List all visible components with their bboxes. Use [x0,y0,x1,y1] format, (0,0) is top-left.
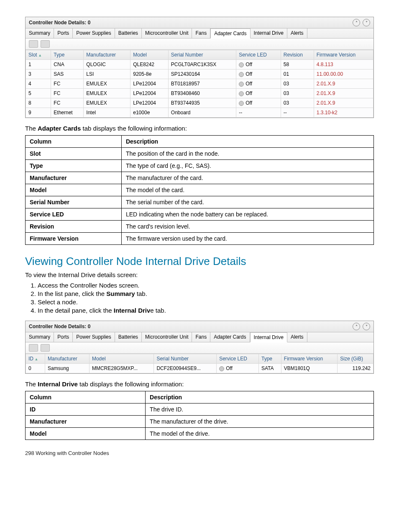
col-header[interactable]: Serial Number [154,354,217,364]
doc-header: Column [26,391,146,403]
table-row[interactable]: 9EthernetIntele1000eOnboard----1.3.10-k2 [26,108,373,118]
toolbar-btn2[interactable] [41,40,50,48]
toolbar-btn1[interactable] [29,344,38,352]
adapter-intro-text: The Adapter Cards tab displays the follo… [25,125,374,132]
doc-row: Service LEDLED indicating when the node … [26,208,374,221]
step-item: In the list pane, click the Summary tab. [38,290,374,297]
internal-drive-table: IDManufacturerModelSerial NumberService … [26,354,373,373]
col-header[interactable]: Firmware Version [314,50,373,60]
panel-header: Controller Node Details: 0 ˄ ˅ [26,321,373,332]
doc-row: ModelThe model of the card. [26,184,374,196]
doc-row: ModelThe model of the drive. [26,428,374,440]
col-header[interactable]: Model [130,50,169,60]
doc-row: ManufacturerThe manufacturer of the card… [26,172,374,184]
step-item: In the detail pane, click the Internal D… [38,307,374,314]
tab-adapter-cards[interactable]: Adapter Cards [210,332,250,342]
col-header[interactable]: Model [89,354,154,364]
col-header[interactable]: Type [258,354,281,364]
table-row[interactable]: 4FCEMULEXLPe12004BT01818957Off032.01.X.9 [26,79,373,89]
col-header[interactable]: Slot [26,50,51,60]
internal-intro-text: The Internal Drive tab displays the foll… [25,380,374,388]
tab-batteries[interactable]: Batteries [115,28,142,38]
tab-fans[interactable]: Fans [192,332,210,342]
tab-alerts[interactable]: Alerts [287,28,307,38]
panel-title: Controller Node Details: 0 [29,324,90,329]
doc-row: IDThe drive ID. [26,403,374,416]
tab-batteries[interactable]: Batteries [115,332,142,342]
col-header[interactable]: Revision [281,50,314,60]
col-header[interactable]: Manufacturer [45,354,90,364]
col-header[interactable]: Firmware Version [281,354,338,364]
tab-adapter-cards[interactable]: Adapter Cards [210,28,250,39]
panel-title: Controller Node Details: 0 [29,20,90,26]
tab-power-supplies[interactable]: Power Supplies [73,332,115,342]
panel-toolbar [26,342,373,354]
panel-tabs: SummaryPortsPower SuppliesBatteriesMicro… [26,28,373,39]
col-header[interactable]: Serial Number [168,50,236,60]
col-header[interactable]: Size (GiB) [338,354,373,364]
page-footer: 298 Working with Controller Nodes [25,450,374,456]
col-header[interactable]: Manufacturer [84,50,130,60]
tab-fans[interactable]: Fans [192,28,210,38]
table-row[interactable]: 8FCEMULEXLPe12004BT93744935Off032.01.X.9 [26,98,373,108]
doc-row: Firmware VersionThe firmware version use… [26,233,374,245]
adapter-columns-table: ColumnDescriptionSlotThe position of the… [25,135,374,245]
panel-tabs: SummaryPortsPower SuppliesBatteriesMicro… [26,332,373,342]
col-header[interactable]: ID [26,354,45,364]
col-header[interactable]: Type [51,50,84,60]
panel-header: Controller Node Details: 0 ˄ ˅ [26,17,373,28]
doc-row: Serial NumberThe serial number of the ca… [26,196,374,208]
doc-row: ManufacturerThe manufacturer of the driv… [26,416,374,428]
doc-row: RevisionThe card's revision level. [26,221,374,233]
internal-drive-panel: Controller Node Details: 0 ˄ ˅ SummaryPo… [25,321,374,374]
col-header[interactable]: Service LED [217,354,259,364]
table-row[interactable]: 1CNAQLOGICQLE8242PCGLT0ARC1K3SXOff584.8.… [26,60,373,69]
doc-header: Description [121,136,373,148]
tab-internal-drive[interactable]: Internal Drive [251,28,287,38]
collapse-down-icon[interactable]: ˅ [363,19,370,26]
tab-power-supplies[interactable]: Power Supplies [73,28,115,38]
panel-toolbar [26,39,373,50]
table-row[interactable]: 5FCEMULEXLPe12004BT93408460Off032.01.X.9 [26,89,373,98]
table-row[interactable]: 0SamsungMMCRE28G5MXP...DCF2E00944SE9...O… [26,364,373,373]
tab-ports[interactable]: Ports [54,28,73,38]
section-intro: To view the Internal Drive details scree… [25,271,374,278]
tab-microcontroller-unit[interactable]: Microcontroller Unit [142,28,192,38]
collapse-up-icon[interactable]: ˄ [353,323,360,330]
tab-alerts[interactable]: Alerts [287,332,307,342]
internal-columns-table: ColumnDescriptionIDThe drive ID.Manufact… [25,391,374,440]
step-item: Access the Controller Nodes screen. [38,282,374,289]
tab-summary[interactable]: Summary [26,332,54,342]
section-heading: Viewing Controller Node Internal Drive D… [25,255,374,268]
adapter-cards-panel: Controller Node Details: 0 ˄ ˅ SummaryPo… [25,17,374,118]
tab-microcontroller-unit[interactable]: Microcontroller Unit [142,332,192,342]
doc-header: Column [26,136,122,148]
steps-list: Access the Controller Nodes screen.In th… [38,282,374,314]
collapse-down-icon[interactable]: ˅ [363,323,370,330]
table-row[interactable]: 3SASLSI9205-8eSP12430164Off0111.00.00.00 [26,69,373,79]
collapse-up-icon[interactable]: ˄ [353,19,360,26]
doc-row: SlotThe position of the card in the node… [26,148,374,160]
tab-internal-drive[interactable]: Internal Drive [250,332,287,342]
tab-summary[interactable]: Summary [26,28,54,38]
doc-row: TypeThe type of card (e.g., FC, SAS). [26,160,374,172]
tab-ports[interactable]: Ports [54,332,73,342]
col-header[interactable]: Service LED [236,50,281,60]
toolbar-btn1[interactable] [29,40,38,48]
step-item: Select a node. [38,298,374,306]
toolbar-btn2[interactable] [41,344,50,352]
doc-header: Description [146,391,374,403]
adapter-cards-table: SlotTypeManufacturerModelSerial NumberSe… [26,50,373,118]
